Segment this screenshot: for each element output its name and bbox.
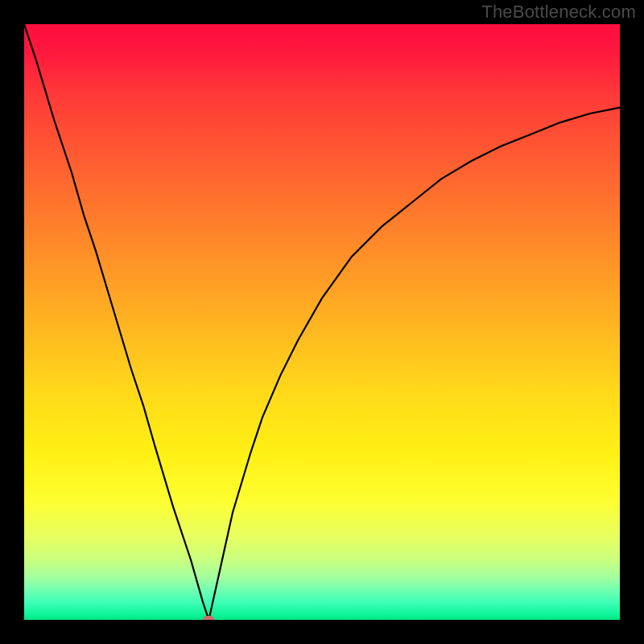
optimal-point-marker: [203, 616, 214, 620]
plot-area: [24, 24, 620, 620]
curve-left-branch: [24, 24, 208, 620]
chart-frame: TheBottleneck.com: [0, 0, 644, 644]
bottleneck-curve: [24, 24, 620, 620]
watermark-text: TheBottleneck.com: [481, 2, 636, 23]
curve-right-branch: [208, 108, 620, 620]
